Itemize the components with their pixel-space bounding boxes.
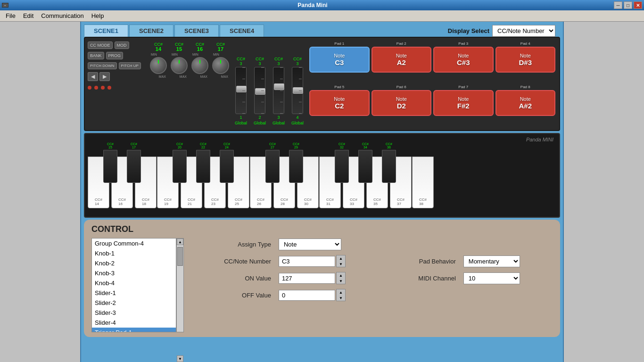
pad-7-type: Note <box>458 96 469 102</box>
on-value-down[interactable]: ▼ <box>337 278 345 284</box>
list-item-knob-1[interactable]: Knob-1 <box>92 248 176 258</box>
pad-4-label: Pad 4 <box>520 41 530 46</box>
pad-6-button[interactable]: Note D2 <box>372 90 431 116</box>
right-sidebar <box>564 22 644 362</box>
scroll-thumb[interactable] <box>177 247 183 266</box>
slider-1-label: CC#3 <box>237 57 245 66</box>
list-item-knob-2[interactable]: Knob-2 <box>92 258 176 268</box>
scene-tab-2[interactable]: SCENE2 <box>129 25 173 37</box>
off-value-field[interactable] <box>279 290 335 301</box>
list-item-knob-4[interactable]: Knob-4 <box>92 278 176 288</box>
knob-1[interactable] <box>150 57 167 74</box>
list-item-slider-4[interactable]: Slider-4 <box>92 318 176 328</box>
list-scrollbar[interactable]: ▲ ▼ <box>176 238 184 332</box>
slider-4[interactable] <box>292 67 303 114</box>
black-key-32[interactable] <box>335 150 349 183</box>
black-key-29[interactable] <box>289 150 303 183</box>
black-key-34[interactable] <box>358 150 372 183</box>
knob-4[interactable] <box>212 57 229 74</box>
pad-behavior-label: Pad Behavior <box>386 255 456 267</box>
pitch-down-button[interactable]: PITCH DOWN <box>88 62 117 69</box>
display-select-dropdown[interactable]: CC/Note Number Note Name CC Number Veloc… <box>492 25 555 37</box>
midi-channel-select[interactable]: 1234 5678 9101112 13141516 <box>463 272 520 284</box>
keyboard-brand: Panda MINI <box>526 137 553 142</box>
dot-3 <box>101 86 105 90</box>
black-key-22[interactable] <box>196 150 210 183</box>
pad-8-button[interactable]: Note A#2 <box>495 90 555 116</box>
control-list[interactable]: Group Common-4 Knob-1 Knob-2 Knob-3 Knob… <box>91 238 176 332</box>
mod-button[interactable]: MOD <box>115 41 129 49</box>
black-key-17[interactable] <box>127 150 141 183</box>
pad-behavior-select[interactable]: Momentary Toggle <box>463 255 520 267</box>
list-item-knob-3[interactable]: Knob-3 <box>92 268 176 278</box>
cc-note-down[interactable]: ▼ <box>337 261 345 267</box>
menu-communication[interactable]: Communication <box>37 11 87 20</box>
spacer-2 <box>463 239 553 250</box>
pad-8-type: Note <box>520 96 531 102</box>
on-value-up[interactable]: ▲ <box>337 272 345 278</box>
slider-2[interactable] <box>254 67 265 114</box>
bank-button[interactable]: BANK <box>88 52 104 59</box>
on-value-field[interactable] <box>279 273 335 284</box>
pad-6-cell: Pad 6 Note D2 <box>372 85 431 126</box>
pad-7-button[interactable]: Note F#2 <box>433 90 493 116</box>
cc-note-spinner[interactable]: ▲ ▼ <box>336 255 346 267</box>
slider-1[interactable] <box>235 67 247 114</box>
assign-type-select[interactable]: Note CC Program Change Pitch Bend <box>279 239 341 250</box>
main-panel: SCENE1 SCENE2 SCENE3 SCENE4 Display Sele… <box>80 22 564 362</box>
indicator-dots <box>88 84 143 91</box>
black-key-24[interactable] <box>220 150 234 183</box>
knob-2-label: CC#15 <box>175 42 183 52</box>
knob-2[interactable] <box>171 57 188 74</box>
off-value-up[interactable]: ▲ <box>337 289 345 295</box>
scene-tab-1[interactable]: SCENE1 <box>84 25 128 37</box>
pad-1-type: Note <box>334 53 345 58</box>
scene-tab-3[interactable]: SCENE3 <box>174 25 219 37</box>
menu-help[interactable]: Help <box>88 11 108 20</box>
prog-button[interactable]: PROG <box>106 52 124 59</box>
white-key-38[interactable]: CC#38 <box>412 156 434 208</box>
menu-edit[interactable]: Edit <box>19 11 37 20</box>
scroll-up-button[interactable]: ▲ <box>177 239 183 245</box>
pad-7-note: F#2 <box>457 102 470 110</box>
cc-note-up[interactable]: ▲ <box>337 255 345 261</box>
pad-2-type: Note <box>396 53 407 58</box>
list-item-slider-1[interactable]: Slider-1 <box>92 288 176 298</box>
pad-4-button[interactable]: Note D#3 <box>495 47 555 73</box>
knob-3[interactable] <box>191 57 208 74</box>
cc-mode-button[interactable]: CC MODE <box>88 41 113 49</box>
dot-1 <box>88 86 91 90</box>
black-key-20[interactable] <box>173 150 187 183</box>
black-key-27[interactable] <box>265 150 280 183</box>
list-item-slider-3[interactable]: Slider-3 <box>92 308 176 318</box>
cc-note-field[interactable] <box>279 256 335 267</box>
control-panel: CONTROL Group Common-4 Knob-1 Knob-2 Kno… <box>84 220 560 337</box>
title-bar-icon: ▪ <box>2 3 11 8</box>
scroll-down-button[interactable]: ▼ <box>177 355 183 362</box>
pad-5-button[interactable]: Note C2 <box>309 90 369 116</box>
sliders-area: CC#3 1 Global CC#3 <box>233 38 305 130</box>
black-key-36[interactable] <box>382 150 396 183</box>
off-value-spinner[interactable]: ▲ ▼ <box>336 289 346 301</box>
off-value-down[interactable]: ▼ <box>337 295 345 301</box>
list-item-group-common[interactable]: Group Common-4 <box>92 239 176 248</box>
nav-right-button[interactable]: ▶ <box>99 72 110 81</box>
close-button[interactable]: ✕ <box>634 1 642 9</box>
slider-1-group: CC#3 1 Global <box>235 57 247 125</box>
maximize-button[interactable]: □ <box>624 1 632 9</box>
on-value-spinner[interactable]: ▲ ▼ <box>336 272 346 284</box>
pad-1-button[interactable]: Note C3 <box>309 47 369 73</box>
slider-3[interactable] <box>273 67 284 114</box>
pad-4-note: D#3 <box>519 58 532 66</box>
scene-tab-4[interactable]: SCENE4 <box>220 25 264 37</box>
pad-2-button[interactable]: Note A2 <box>372 47 431 73</box>
pad-3-button[interactable]: Note C#3 <box>433 47 493 73</box>
pitch-up-button[interactable]: PITCH UP <box>119 62 141 69</box>
pad-3-type: Note <box>458 53 469 58</box>
list-item-slider-2[interactable]: Slider-2 <box>92 298 176 308</box>
black-key-15[interactable] <box>103 150 117 183</box>
menu-file[interactable]: File <box>2 11 19 20</box>
minimize-button[interactable]: ─ <box>614 1 622 9</box>
list-item-trigger-pad-1[interactable]: Trigger Pad-1 <box>92 328 176 332</box>
nav-left-button[interactable]: ◀ <box>88 72 98 81</box>
